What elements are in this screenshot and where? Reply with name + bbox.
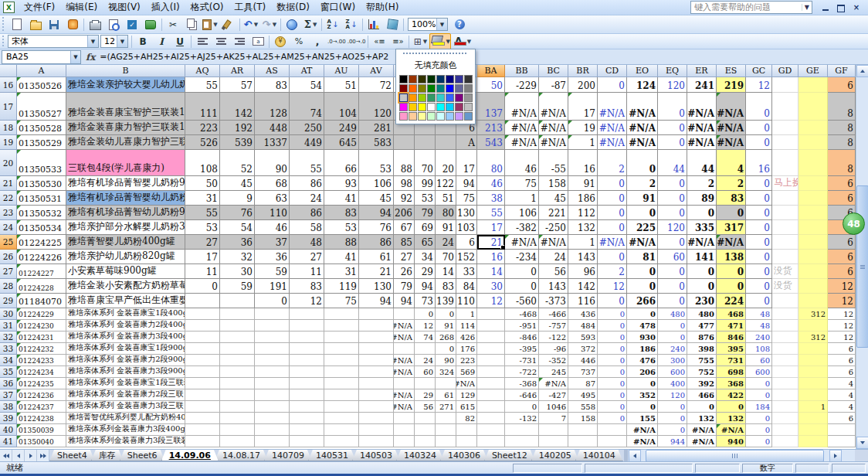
cell-AX31[interactable]: 12 — [415, 320, 436, 332]
cell-BB31[interactable]: -951 — [505, 320, 539, 332]
cell-GD31[interactable] — [772, 320, 798, 332]
cell-AU22[interactable]: 41 — [324, 191, 359, 206]
autosum-icon[interactable]: Σ▼ — [301, 15, 320, 33]
cell-GE23[interactable] — [798, 206, 828, 220]
cell-AY19[interactable] — [436, 135, 456, 150]
italic-button[interactable]: I — [152, 33, 171, 50]
cell-EQ36[interactable]: 400 — [658, 378, 687, 389]
cell-EQ19[interactable]: 0 — [658, 135, 687, 150]
cell-AY28[interactable]: 83 — [436, 279, 456, 294]
cell-AX37[interactable]: 29 — [415, 389, 436, 401]
color-swatch-00FFFF[interactable] — [436, 103, 445, 111]
cell-BB40[interactable] — [505, 424, 539, 436]
cell-AT36[interactable] — [290, 378, 324, 389]
cell-BC33[interactable]: -96 — [539, 343, 568, 355]
cell-GC27[interactable]: 0 — [746, 264, 772, 279]
cell-CD24[interactable]: 0 — [598, 220, 627, 235]
scroll-up-icon[interactable] — [856, 65, 868, 77]
color-swatch-33CCCC[interactable] — [436, 94, 445, 102]
cell-AV24[interactable]: 76 — [359, 220, 394, 235]
cell-ES32[interactable]: 846 — [717, 332, 746, 343]
cell-GD35[interactable] — [772, 366, 798, 378]
cell-ER36[interactable]: 392 — [687, 378, 717, 389]
cell-B18[interactable]: 雅培金装喜康力智护三联装1200g — [66, 121, 185, 135]
cell-AX23[interactable]: 79 — [415, 206, 436, 220]
horizontal-scroll-thumb[interactable] — [646, 450, 824, 462]
paste-icon[interactable]: ▼ — [201, 15, 219, 33]
cell-GC21[interactable]: 0 — [746, 176, 772, 191]
cell-EQ41[interactable]: 944 — [658, 436, 687, 447]
row-header-25[interactable]: 25 — [0, 235, 17, 250]
cell-GC34[interactable]: 60 — [746, 355, 772, 366]
cell-AY26[interactable]: 70 — [436, 250, 456, 264]
cell-AV29[interactable]: 94 — [359, 294, 394, 308]
cell-AX41[interactable] — [415, 436, 436, 447]
cell-BB24[interactable]: -382 — [505, 220, 539, 235]
cell-BR21[interactable]: 91 — [568, 176, 598, 191]
cell-B38[interactable]: 雅培亲体系列 金装喜康力3段三联 — [66, 401, 185, 413]
cell-AX21[interactable]: 99 — [415, 176, 436, 191]
cell-B40[interactable]: 雅培亲体系列金装喜康力3段400g盒装 — [66, 424, 185, 436]
cell-AS40[interactable] — [255, 424, 290, 436]
cell-AS21[interactable]: 68 — [255, 176, 290, 191]
cell-AR32[interactable] — [220, 332, 255, 343]
cell-BR25[interactable]: 1 — [568, 235, 598, 250]
cell-EO30[interactable]: 0 — [627, 308, 658, 320]
cell-AS26[interactable]: 36 — [255, 250, 290, 264]
cell-GE34[interactable] — [798, 355, 828, 366]
horizontal-scrollbar[interactable] — [629, 450, 855, 461]
cell-AZ41[interactable] — [456, 436, 477, 447]
cell-BC40[interactable] — [539, 424, 568, 436]
cell-GE24[interactable] — [798, 220, 828, 235]
cell-BA39[interactable] — [477, 413, 505, 424]
cell-BA17[interactable]: 137 — [477, 93, 505, 121]
row-header-23[interactable]: 23 — [0, 206, 17, 220]
cell-AS23[interactable]: 110 — [255, 206, 290, 220]
cell-AV18[interactable]: 281 — [359, 121, 394, 135]
cell-A24[interactable]: 01350534 — [17, 220, 66, 235]
cell-BR32[interactable]: 593 — [568, 332, 598, 343]
cell-GD28[interactable]: 没货 — [772, 279, 798, 294]
cell-BR18[interactable]: 19 — [568, 121, 598, 135]
restore-button[interactable] — [836, 2, 846, 12]
menu-item-0[interactable]: 文件(F) — [19, 0, 60, 15]
print-preview-icon[interactable] — [104, 15, 123, 33]
color-swatch-CCFFCC[interactable] — [427, 112, 436, 121]
cell-AX30[interactable]: 0 — [415, 308, 436, 320]
color-swatch-800000[interactable] — [399, 84, 408, 93]
cell-AX32[interactable]: 74 — [415, 332, 436, 343]
cell-GF41[interactable] — [828, 436, 856, 447]
cell-AV21[interactable]: 106 — [359, 176, 394, 191]
cell-AR39[interactable] — [220, 413, 255, 424]
cell-CD39[interactable]: 0 — [598, 413, 627, 424]
vertical-scrollbar[interactable] — [856, 65, 868, 449]
row-header-27[interactable]: 27 — [0, 264, 17, 279]
cell-BR22[interactable]: 186 — [568, 191, 598, 206]
cell-AR26[interactable]: 32 — [220, 250, 255, 264]
cell-ES35[interactable]: 698 — [717, 366, 746, 378]
percent-button[interactable]: % — [290, 33, 308, 50]
cell-GD23[interactable] — [772, 206, 798, 220]
cell-GC39[interactable]: 0 — [746, 413, 772, 424]
cell-AQ29[interactable] — [185, 294, 220, 308]
cell-EO40[interactable]: #N/A — [627, 424, 658, 436]
cell-AU30[interactable] — [324, 308, 359, 320]
cell-CD28[interactable]: 12 — [598, 279, 627, 294]
cell-AT31[interactable] — [290, 320, 324, 332]
cell-ES30[interactable]: 468 — [717, 308, 746, 320]
cell-AS22[interactable]: 63 — [255, 191, 290, 206]
cell-GE40[interactable] — [798, 424, 828, 436]
cell-BR20[interactable]: 16 — [568, 150, 598, 176]
cell-AR20[interactable]: 52 — [220, 150, 255, 176]
cell-ER22[interactable]: 89 — [687, 191, 717, 206]
cell-AU19[interactable]: 645 — [324, 135, 359, 150]
cell-AZ28[interactable]: 84 — [456, 279, 477, 294]
increase-decimal-button[interactable]: .0→.00 — [327, 33, 347, 50]
cell-ER30[interactable]: 480 — [687, 308, 717, 320]
row-header-37[interactable]: 37 — [0, 389, 17, 401]
prev-sheet-icon[interactable] — [12, 450, 25, 461]
cell-AZ30[interactable]: 1 — [456, 308, 477, 320]
cell-EQ20[interactable]: 44 — [658, 150, 687, 176]
cell-ER35[interactable]: 752 — [687, 366, 717, 378]
cell-AV36[interactable] — [359, 378, 394, 389]
